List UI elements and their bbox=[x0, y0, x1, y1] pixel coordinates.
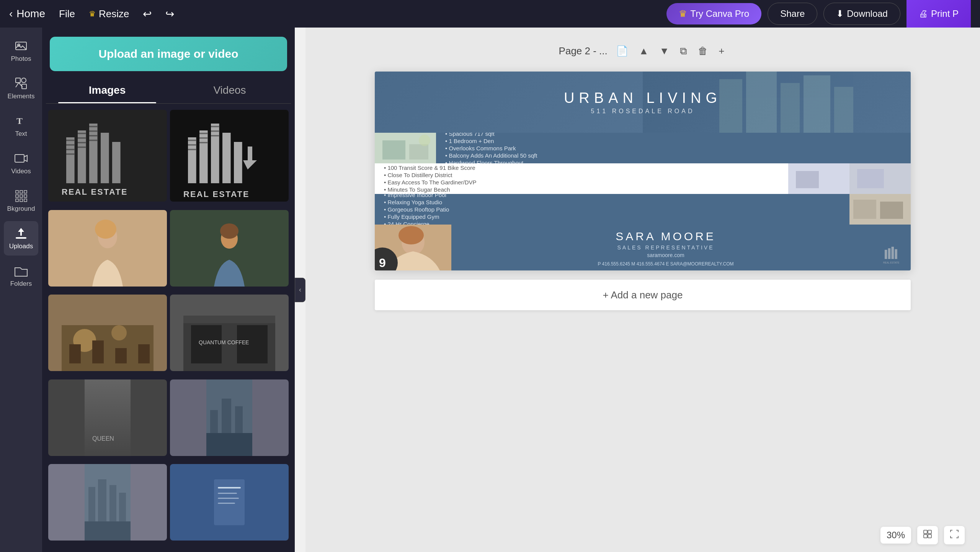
amenities-image bbox=[849, 194, 911, 225]
svg-rect-31 bbox=[222, 133, 231, 183]
list-item[interactable] bbox=[48, 210, 167, 287]
print-button[interactable]: 🖨 Print P bbox=[906, 0, 971, 28]
next-page-button[interactable]: ▼ bbox=[657, 43, 672, 59]
list-item[interactable]: QUEEN bbox=[48, 379, 167, 456]
sidebar-item-folders[interactable]: Folders bbox=[4, 259, 38, 293]
property-detail-4: • Balcony Adds An Additional 50 sqft bbox=[445, 152, 902, 159]
svg-rect-13 bbox=[112, 142, 121, 183]
tab-images[interactable]: Images bbox=[46, 77, 168, 103]
undo-button[interactable]: ↩ bbox=[143, 8, 152, 20]
amenities-detail-3: • Gorgeous Rooftop Patio bbox=[384, 206, 840, 213]
svg-rect-19 bbox=[78, 137, 86, 139]
svg-rect-71 bbox=[206, 433, 252, 456]
svg-rect-87 bbox=[804, 75, 830, 133]
videos-label: Videos bbox=[11, 168, 31, 175]
grid-icon bbox=[923, 530, 932, 538]
transit-img-svg bbox=[788, 163, 911, 194]
file-menu-button[interactable]: File bbox=[59, 8, 75, 20]
delete-page-button[interactable]: 🗑 bbox=[696, 43, 710, 59]
background-label: Bkground bbox=[7, 205, 35, 213]
agent-photo: 9 bbox=[375, 225, 451, 270]
transit-detail-1: • 100 Transit Score & 91 Bike Score bbox=[384, 164, 779, 171]
resize-button[interactable]: ♛ Resize bbox=[89, 8, 129, 20]
fullscreen-button[interactable] bbox=[944, 526, 965, 544]
restaurant-photo bbox=[48, 295, 167, 371]
download-icon: ⬇ bbox=[836, 8, 844, 19]
svg-rect-17 bbox=[66, 153, 75, 155]
sidebar-item-background[interactable]: Bkground bbox=[4, 184, 38, 218]
list-item[interactable] bbox=[170, 210, 289, 287]
property-img-svg bbox=[375, 133, 436, 163]
svg-point-102 bbox=[399, 226, 424, 244]
svg-rect-21 bbox=[78, 147, 86, 148]
svg-rect-25 bbox=[89, 140, 98, 141]
duplicate-page-button[interactable]: ⧉ bbox=[678, 43, 689, 59]
upload-button[interactable]: Upload an image or video bbox=[50, 37, 287, 71]
svg-rect-33 bbox=[188, 140, 196, 141]
svg-rect-23 bbox=[89, 130, 98, 132]
svg-rect-106 bbox=[895, 249, 897, 259]
top-navigation: ‹ Home File ♛ Resize ↩ ↪ ♛ Try Canva Pro… bbox=[0, 0, 980, 28]
list-item[interactable] bbox=[48, 295, 167, 371]
sidebar-item-text[interactable]: T Text bbox=[4, 109, 38, 143]
download-button[interactable]: ⬇ Download bbox=[823, 3, 900, 25]
add-page-row[interactable]: + Add a new page bbox=[375, 280, 911, 310]
list-item[interactable] bbox=[48, 464, 167, 541]
svg-text:QUANTUM COFFEE: QUANTUM COFFEE bbox=[199, 339, 249, 345]
panel-collapse-button[interactable]: ‹ bbox=[295, 278, 305, 302]
svg-rect-85 bbox=[746, 72, 777, 133]
list-item[interactable] bbox=[170, 464, 289, 541]
icon-sidebar: Photos Elements T Text Videos bbox=[0, 28, 42, 552]
elements-label: Elements bbox=[8, 93, 35, 100]
svg-rect-20 bbox=[78, 142, 86, 143]
svg-rect-79 bbox=[214, 479, 245, 525]
list-item[interactable] bbox=[170, 379, 289, 456]
chevron-left-icon: ‹ bbox=[299, 286, 301, 294]
rename-page-button[interactable]: 📄 bbox=[614, 43, 630, 59]
page-label: Page 2 - ... bbox=[559, 45, 608, 57]
list-item[interactable]: QUANTUM COFFEE bbox=[170, 295, 289, 371]
videos-icon bbox=[14, 151, 28, 165]
svg-point-48 bbox=[220, 223, 238, 239]
svg-text:REAL ESTATE: REAL ESTATE bbox=[883, 261, 899, 264]
sidebar-item-photos[interactable]: Photos bbox=[4, 34, 38, 68]
doc-photo bbox=[170, 464, 289, 541]
upload-btn-wrap: Upload an image or video bbox=[42, 28, 295, 77]
svg-rect-103 bbox=[885, 250, 887, 259]
list-item[interactable]: REAL ESTATE bbox=[48, 110, 167, 202]
svg-rect-81 bbox=[218, 493, 237, 494]
property-details: • Spacious 717 sqft • 1 Bedroom + Den • … bbox=[436, 133, 911, 163]
svg-point-45 bbox=[95, 220, 116, 239]
share-button[interactable]: Share bbox=[768, 3, 817, 25]
uploads-label: Uploads bbox=[9, 243, 33, 250]
sidebar-item-elements[interactable]: Elements bbox=[4, 71, 38, 106]
svg-rect-32 bbox=[234, 142, 242, 183]
folders-label: Folders bbox=[10, 280, 32, 288]
list-item[interactable]: REAL ESTATE bbox=[170, 110, 289, 202]
agent-logo-icon: REAL ESTATE bbox=[883, 244, 908, 267]
sidebar-item-videos[interactable]: Videos bbox=[4, 146, 38, 181]
sidebar-item-uploads[interactable]: Uploads bbox=[4, 221, 38, 256]
try-pro-button[interactable]: ♛ Try Canva Pro bbox=[666, 3, 761, 24]
alley-photo: QUEEN bbox=[48, 379, 167, 456]
canvas-area: Page 2 - ... 📄 ▲ ▼ ⧉ 🗑 + bbox=[305, 28, 980, 552]
svg-text:REAL ESTATE: REAL ESTATE bbox=[62, 187, 128, 197]
svg-text:REAL ESTATE: REAL ESTATE bbox=[183, 189, 250, 199]
svg-rect-96 bbox=[857, 169, 884, 188]
svg-rect-22 bbox=[89, 126, 98, 127]
person-photo-1 bbox=[48, 210, 167, 287]
home-label: Home bbox=[16, 8, 45, 20]
prev-page-button[interactable]: ▲ bbox=[637, 43, 651, 59]
design-card[interactable]: URBAN LIVING 511 ROSEDALE ROAD bbox=[375, 72, 911, 270]
elements-icon bbox=[14, 77, 28, 90]
svg-rect-4 bbox=[22, 84, 26, 89]
add-page-button[interactable]: + bbox=[716, 43, 727, 59]
property-detail-2: • 1 Bedroom + Den bbox=[445, 138, 902, 144]
tab-videos[interactable]: Videos bbox=[168, 77, 291, 103]
grid-view-button[interactable] bbox=[917, 526, 938, 544]
home-button[interactable]: ‹ Home bbox=[9, 8, 45, 20]
redo-button[interactable]: ↪ bbox=[165, 8, 174, 20]
svg-rect-53 bbox=[69, 344, 81, 363]
transit-row: • 100 Transit Score & 91 Bike Score • Cl… bbox=[375, 163, 911, 194]
svg-rect-104 bbox=[888, 248, 890, 259]
